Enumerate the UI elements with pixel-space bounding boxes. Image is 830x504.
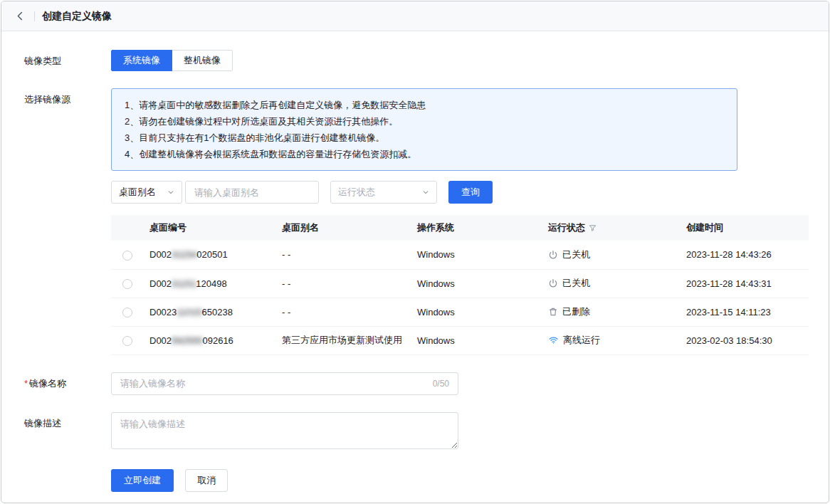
back-button[interactable] — [13, 9, 27, 23]
desktop-alias: - - — [276, 298, 411, 326]
created-time: 2023-02-03 18:54:30 — [681, 326, 809, 355]
cancel-button[interactable]: 取消 — [185, 469, 228, 492]
image-desc-label: 镜像描述 — [24, 412, 111, 452]
search-button[interactable]: 查询 — [448, 181, 493, 204]
col-desktop-id: 桌面编号 — [144, 215, 276, 241]
redacted-id-segment: 11015 — [177, 307, 201, 317]
table-row[interactable]: D00231151120498 - - Windows 已关机 2023-11-… — [111, 269, 809, 298]
desktop-status: 已删除 — [542, 298, 681, 326]
desktop-status: 已关机 — [542, 241, 681, 269]
note-line: 3、目前只支持在有1个数据盘的非池化桌面进行创建整机镜像。 — [125, 130, 724, 145]
page-header: 创建自定义镜像 — [1, 1, 829, 31]
search-field-select[interactable]: 桌面别名 — [111, 181, 182, 204]
image-name-row: *镜像名称 0/50 — [24, 372, 806, 395]
page-title: 创建自定义镜像 — [42, 10, 112, 23]
notes-box: 1、请将桌面中的敏感数据删除之后再创建自定义镜像，避免数据安全隐患 2、请勿在创… — [111, 88, 737, 171]
image-desc-textarea[interactable] — [111, 412, 458, 449]
required-asterisk: * — [24, 378, 28, 389]
created-time: 2023-11-28 14:43:26 — [681, 241, 809, 269]
note-line: 4、创建整机镜像将会根据系统盘和数据盘的容量进行存储包资源扣减。 — [125, 147, 724, 162]
tab-system-image[interactable]: 系统镜像 — [111, 50, 172, 71]
power-icon — [548, 278, 558, 288]
table-row[interactable]: D002311015650238 - - Windows 已删除 2023-11… — [111, 298, 809, 326]
note-line: 2、请勿在创建镜像过程中对所选桌面及其相关资源进行其他操作。 — [125, 114, 724, 129]
desktop-id: D00231154020501 — [144, 241, 276, 269]
redacted-id-segment: 31154 — [172, 249, 196, 260]
redacted-id-segment: 31151 — [172, 278, 196, 289]
image-name-label: *镜像名称 — [24, 372, 111, 395]
run-status-placeholder: 运行状态 — [338, 186, 375, 199]
char-counter: 0/50 — [433, 379, 449, 389]
desktop-status: 离线运行 — [542, 326, 681, 355]
image-desc-row: 镜像描述 — [24, 412, 806, 452]
desktop-table: 桌面编号 桌面别名 操作系统 运行状态 创建时间 — [111, 215, 809, 355]
col-created-time: 创建时间 — [681, 215, 809, 241]
desktop-os: Windows — [411, 269, 542, 298]
image-source-label: 选择镜像源 — [24, 88, 111, 355]
run-status-select[interactable]: 运行状态 — [330, 181, 437, 204]
created-time: 2023-11-28 14:43:31 — [681, 269, 809, 298]
row-radio[interactable] — [122, 336, 132, 346]
row-radio[interactable] — [122, 251, 132, 261]
col-desktop-alias: 桌面别名 — [276, 215, 411, 241]
chevron-down-icon — [167, 189, 174, 196]
search-field-value: 桌面别名 — [119, 186, 156, 199]
create-custom-image-page: 创建自定义镜像 镜像类型 系统镜像 整机镜像 选择镜像源 1、请将桌面中的敏感数… — [1, 1, 829, 503]
desktop-alias: - - — [276, 269, 411, 298]
image-source-row: 选择镜像源 1、请将桌面中的敏感数据删除之后再创建自定义镜像，避免数据安全隐患 … — [24, 88, 806, 355]
desktop-alias: 第三方应用市场更新测试使用 — [276, 326, 411, 355]
note-line: 1、请将桌面中的敏感数据删除之后再创建自定义镜像，避免数据安全隐患 — [125, 98, 724, 112]
power-icon — [548, 250, 558, 260]
desktop-os: Windows — [411, 241, 542, 269]
wifi-icon — [548, 335, 559, 345]
form-actions: 立即创建 取消 — [24, 469, 806, 492]
row-radio[interactable] — [122, 279, 132, 289]
col-os: 操作系统 — [411, 215, 542, 241]
created-time: 2023-11-15 14:11:23 — [681, 298, 809, 326]
desktop-id: D002592555092616 — [144, 326, 276, 355]
chevron-down-icon — [422, 189, 429, 196]
filter-row: 桌面别名 运行状态 查询 — [111, 181, 809, 204]
image-name-input-wrap: 0/50 — [111, 372, 458, 395]
alias-keyword-input[interactable] — [185, 181, 319, 204]
table-row[interactable]: D00231154020501 - - Windows 已关机 2023-11-… — [111, 241, 809, 269]
image-type-row: 镜像类型 系统镜像 整机镜像 — [24, 50, 806, 71]
trash-icon — [548, 307, 558, 317]
redacted-id-segment: 592555 — [172, 335, 202, 346]
header-divider — [34, 11, 35, 21]
col-run-status-label: 运行状态 — [548, 221, 585, 234]
radio-column-header — [111, 215, 144, 241]
desktop-id: D00231151120498 — [144, 269, 276, 298]
image-type-group: 系统镜像 整机镜像 — [111, 50, 233, 71]
desktop-id: D002311015650238 — [144, 298, 276, 326]
image-type-label: 镜像类型 — [24, 50, 111, 71]
table-row[interactable]: D002592555092616 第三方应用市场更新测试使用 Windows 离… — [111, 326, 809, 355]
desktop-alias: - - — [276, 241, 411, 269]
desktop-os: Windows — [411, 298, 542, 326]
image-name-input[interactable] — [120, 378, 427, 389]
row-radio[interactable] — [122, 308, 132, 317]
actions-spacer — [24, 469, 111, 492]
create-now-button[interactable]: 立即创建 — [111, 469, 174, 492]
col-run-status: 运行状态 — [542, 215, 681, 241]
desktop-os: Windows — [411, 326, 542, 355]
filter-funnel-icon[interactable] — [589, 224, 597, 232]
desktop-status: 已关机 — [542, 269, 681, 298]
table-header-row: 桌面编号 桌面别名 操作系统 运行状态 创建时间 — [111, 215, 809, 241]
chevron-left-icon — [15, 11, 26, 21]
tab-whole-machine-image[interactable]: 整机镜像 — [172, 50, 233, 71]
